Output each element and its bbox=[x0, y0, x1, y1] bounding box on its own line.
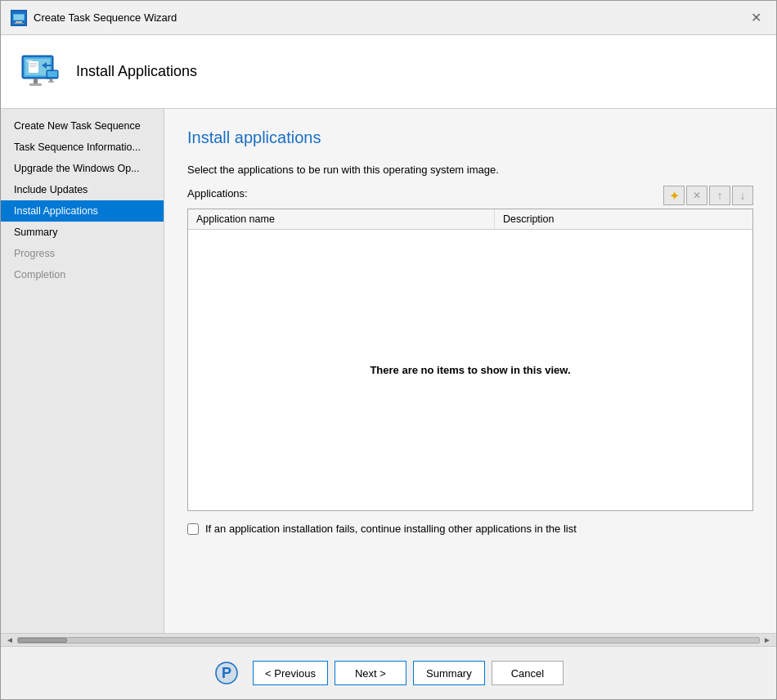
x-icon: ✕ bbox=[693, 190, 701, 201]
applications-list[interactable]: Application name Description There are n… bbox=[187, 209, 753, 511]
list-body: There are no items to show in this view. bbox=[188, 230, 752, 510]
window-title: Create Task Sequence Wizard bbox=[34, 11, 177, 24]
up-icon: ↑ bbox=[717, 189, 723, 202]
sidebar-item-install-applications[interactable]: Install Applications bbox=[1, 200, 164, 222]
cancel-button[interactable]: Cancel bbox=[492, 661, 564, 685]
sidebar-item-create-new[interactable]: Create New Task Sequence bbox=[1, 115, 164, 137]
scroll-track[interactable] bbox=[17, 637, 760, 644]
header-icon bbox=[17, 49, 63, 95]
footer-brand: P bbox=[213, 660, 240, 686]
svg-rect-18 bbox=[50, 79, 52, 81]
scroll-right-arrow[interactable]: ► bbox=[761, 635, 773, 644]
sidebar: Create New Task Sequence Task Sequence I… bbox=[1, 109, 164, 633]
title-bar: Create Task Sequence Wizard ✕ bbox=[1, 1, 776, 35]
svg-rect-9 bbox=[34, 79, 38, 83]
star-icon: ✦ bbox=[669, 188, 680, 204]
svg-text:P: P bbox=[222, 665, 231, 681]
scroll-left-arrow[interactable]: ◄ bbox=[4, 635, 16, 644]
move-up-button[interactable]: ↑ bbox=[709, 186, 730, 205]
continue-checkbox[interactable] bbox=[187, 523, 199, 535]
toolbar-row: Applications: ✦ ✕ ↑ ↓ bbox=[187, 186, 753, 205]
svg-rect-2 bbox=[14, 15, 24, 20]
svg-rect-10 bbox=[29, 83, 42, 86]
svg-rect-12 bbox=[29, 63, 38, 64]
sidebar-item-upgrade-windows[interactable]: Upgrade the Windows Op... bbox=[1, 158, 164, 179]
window-icon bbox=[11, 10, 27, 26]
svg-rect-17 bbox=[47, 71, 57, 77]
title-bar-left: Create Task Sequence Wizard bbox=[11, 10, 177, 26]
wizard-window: Create Task Sequence Wizard ✕ bbox=[0, 0, 777, 700]
checkbox-row: If an application installation fails, co… bbox=[187, 523, 753, 535]
main-content: Create New Task Sequence Task Sequence I… bbox=[1, 109, 776, 633]
sidebar-item-include-updates[interactable]: Include Updates bbox=[1, 179, 164, 200]
content-area: Install applications Select the applicat… bbox=[164, 109, 776, 633]
horizontal-scrollbar[interactable]: ◄ ► bbox=[1, 633, 776, 646]
scroll-thumb[interactable] bbox=[18, 638, 67, 643]
toolbar-icons: ✦ ✕ ↑ ↓ bbox=[663, 186, 753, 205]
header-bar: Install Applications bbox=[1, 35, 776, 109]
down-icon: ↓ bbox=[740, 189, 746, 202]
empty-message: There are no items to show in this view. bbox=[370, 364, 570, 376]
header-title: Install Applications bbox=[76, 63, 197, 80]
add-button[interactable]: ✦ bbox=[663, 186, 685, 205]
sidebar-item-progress: Progress bbox=[1, 243, 164, 264]
summary-button[interactable]: Summary bbox=[413, 661, 485, 685]
page-title: Install applications bbox=[187, 128, 753, 147]
sidebar-item-summary[interactable]: Summary bbox=[1, 222, 164, 243]
col-description: Description bbox=[495, 209, 752, 229]
sidebar-item-task-sequence-info[interactable]: Task Sequence Informatio... bbox=[1, 137, 164, 158]
close-button[interactable]: ✕ bbox=[746, 10, 766, 26]
applications-label: Applications: bbox=[187, 187, 248, 200]
svg-rect-14 bbox=[29, 66, 36, 67]
description-text: Select the applications to be run with t… bbox=[187, 164, 753, 176]
svg-rect-13 bbox=[29, 65, 38, 65]
list-header: Application name Description bbox=[188, 209, 752, 230]
svg-rect-19 bbox=[48, 81, 54, 83]
move-down-button[interactable]: ↓ bbox=[732, 186, 753, 205]
checkbox-label[interactable]: If an application installation fails, co… bbox=[205, 523, 577, 535]
sidebar-item-completion: Completion bbox=[1, 264, 164, 285]
remove-button[interactable]: ✕ bbox=[686, 186, 707, 205]
col-app-name: Application name bbox=[188, 209, 495, 229]
svg-rect-4 bbox=[14, 23, 24, 24]
previous-button[interactable]: < Previous bbox=[253, 661, 328, 685]
footer: P < Previous Next > Summary Cancel bbox=[1, 646, 776, 699]
svg-rect-3 bbox=[16, 21, 22, 23]
brand-icon: P bbox=[213, 660, 240, 686]
next-button[interactable]: Next > bbox=[335, 661, 406, 685]
